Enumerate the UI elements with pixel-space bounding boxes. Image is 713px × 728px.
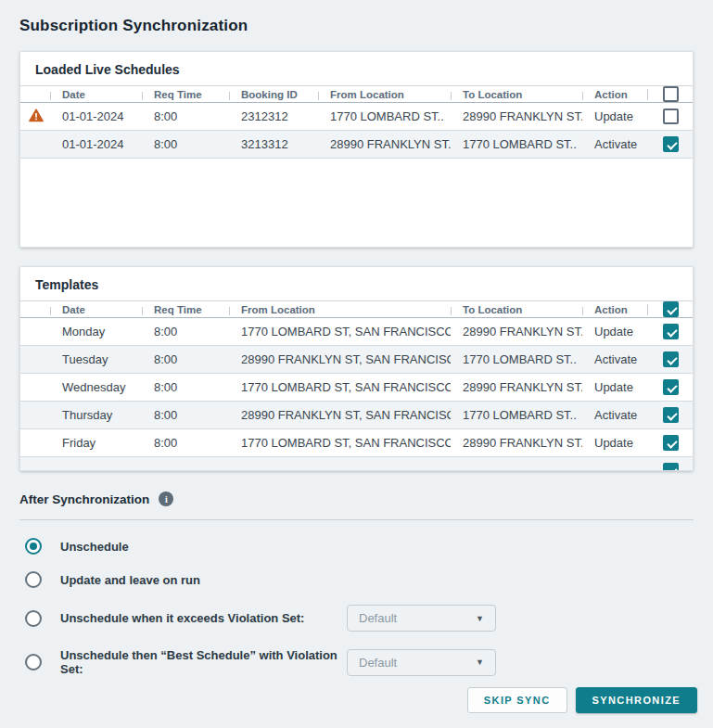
chevron-down-icon: ▼ (476, 614, 484, 623)
violation-set-dropdown[interactable]: Default ▼ (347, 649, 496, 676)
page-title: Subscription Synchronization (19, 17, 694, 35)
cell-date: Thursday (50, 408, 142, 422)
row-checkbox[interactable] (663, 407, 679, 423)
cell-req-time: 8:00 (142, 325, 229, 338)
table-row[interactable]: Tuesday 8:00 28990 FRANKLYN ST, SAN FRAN… (20, 346, 693, 374)
radio-option[interactable]: Update and leave on run ▼ (19, 571, 694, 588)
column-header-action: Action (582, 304, 647, 315)
row-checkbox[interactable] (663, 435, 679, 451)
radio-option-label: Update and leave on run (60, 573, 347, 587)
select-all-column-header (647, 86, 694, 102)
cell-booking-id: 3213312 (229, 137, 318, 151)
cell-action: Activate (582, 408, 647, 422)
cell-action: Update (582, 109, 647, 123)
table-row[interactable]: Monday 8:00 1770 LOMBARD ST, SAN FRANCIS… (20, 318, 693, 346)
cell-checkbox (647, 435, 693, 451)
warning-cell (20, 109, 50, 125)
column-header-date: Date (50, 304, 142, 315)
radio-option-label: Unschedule when it exceeds Violation Set… (60, 611, 347, 625)
cell-date: Wednesday (50, 380, 142, 394)
templates-header-row: Date Req Time From Location To Location … (20, 300, 693, 318)
cell-from-location: 1770 LOMBARD ST.. (318, 109, 451, 123)
cell-action: Update (582, 325, 647, 338)
table-row[interactable]: Thursday 8:00 28990 FRANKLYN ST, SAN FRA… (20, 402, 693, 429)
radio-option[interactable]: Unschedule then “Best Schedule” with Vio… (19, 648, 694, 676)
column-header-req-time: Req Time (142, 89, 229, 100)
row-checkbox[interactable] (663, 136, 679, 152)
radio-button[interactable] (25, 654, 42, 671)
subscription-sync-dialog: Subscription Synchronization Loaded Live… (0, 0, 713, 728)
cell-from-location: 1770 LOMBARD ST, SAN FRANCISCO (229, 325, 451, 338)
cell-checkbox (647, 109, 693, 124)
cell-req-time: 8:00 (142, 436, 229, 450)
cell-to-location: 28990 FRANKLYN ST.. (451, 380, 582, 394)
cell-checkbox (647, 463, 693, 470)
radio-option[interactable]: Unschedule ▼ (19, 538, 694, 555)
column-header-to-location: To Location (451, 304, 582, 315)
radio-button[interactable] (25, 538, 42, 555)
table-row[interactable]: Friday 8:00 1770 LOMBARD ST, SAN FRANCIS… (20, 429, 693, 457)
cell-action: Activate (582, 352, 647, 366)
select-all-checkbox[interactable] (663, 86, 679, 102)
cell-to-location: 28990 FRANKLYN ST.. (451, 436, 582, 450)
row-checkbox[interactable] (663, 463, 679, 470)
table-row[interactable]: 01-01-2024 8:00 3213312 28990 FRANKLYN S… (20, 131, 693, 159)
table-row[interactable] (20, 457, 693, 470)
cell-action: Update (582, 380, 647, 394)
templates-body: Monday 8:00 1770 LOMBARD ST, SAN FRANCIS… (20, 318, 693, 470)
column-header-from-location: From Location (229, 304, 451, 315)
cell-action: Update (582, 436, 647, 450)
row-checkbox[interactable] (663, 324, 679, 339)
cell-date: Friday (50, 436, 142, 450)
warning-icon (29, 109, 44, 122)
cell-req-time: 8:00 (142, 352, 229, 366)
select-all-column-header (647, 301, 694, 317)
radio-button[interactable] (25, 610, 42, 627)
dropdown-selected-value: Default (359, 656, 397, 670)
select-all-checkbox[interactable] (663, 301, 679, 317)
synchronize-button[interactable]: SYNCHRONIZE (576, 687, 697, 713)
cell-date: Tuesday (50, 352, 142, 366)
row-checkbox[interactable] (663, 109, 679, 124)
after-sync-options: Unschedule ▼ Update and leave on run ▼ (19, 538, 694, 676)
radio-option-label: Unschedule (60, 540, 347, 554)
radio-option[interactable]: Unschedule when it exceeds Violation Set… (19, 605, 694, 632)
cell-to-location: 1770 LOMBARD ST.. (451, 352, 582, 366)
cell-checkbox (647, 379, 693, 395)
cell-from-location: 28990 FRANKLYN ST, SAN FRANCISCO (229, 408, 451, 422)
cell-date: Monday (50, 325, 142, 338)
violation-set-dropdown[interactable]: Default ▼ (347, 605, 496, 632)
cell-to-location: 1770 LOMBARD ST.. (451, 408, 582, 422)
row-checkbox[interactable] (663, 351, 679, 367)
cell-checkbox (647, 324, 693, 339)
cell-action: Activate (582, 137, 647, 151)
table-row[interactable]: Wednesday 8:00 1770 LOMBARD ST, SAN FRAN… (20, 374, 693, 402)
footer-actions: SKIP SYNC SYNCHRONIZE (467, 687, 697, 713)
cell-from-location: 28990 FRANKLYN ST, SAN FRANCISCO (229, 352, 451, 366)
column-header-booking-id: Booking ID (229, 89, 318, 100)
column-header-to-location: To Location (451, 89, 582, 100)
table-row[interactable]: 01-01-2024 8:00 2312312 1770 LOMBARD ST.… (20, 103, 693, 131)
row-checkbox[interactable] (663, 379, 679, 395)
radio-button[interactable] (25, 571, 42, 588)
column-header-from-location: From Location (318, 89, 451, 100)
skip-sync-button[interactable]: SKIP SYNC (467, 687, 567, 713)
cell-booking-id: 2312312 (229, 109, 318, 123)
cell-date: 01-01-2024 (50, 137, 142, 151)
cell-req-time: 8:00 (142, 408, 229, 422)
cell-checkbox (647, 407, 693, 423)
cell-from-location: 1770 LOMBARD ST, SAN FRANCISCO (229, 436, 451, 450)
cell-req-time: 8:00 (142, 109, 229, 123)
divider (19, 519, 694, 520)
cell-checkbox (647, 136, 693, 152)
cell-to-location: 1770 LOMBARD ST.. (451, 137, 582, 151)
templates-title: Templates (20, 267, 693, 300)
cell-from-location: 1770 LOMBARD ST, SAN FRANCISCO (229, 380, 451, 394)
live-schedules-body: 01-01-2024 8:00 2312312 1770 LOMBARD ST.… (20, 103, 693, 247)
column-header-action: Action (582, 89, 647, 100)
column-header-req-time: Req Time (142, 304, 229, 315)
after-sync-title: After Synchronization (19, 492, 149, 506)
cell-from-location: 28990 FRANKLYN ST.. (318, 137, 451, 151)
info-icon[interactable]: i (159, 492, 173, 506)
dropdown-selected-value: Default (359, 611, 397, 625)
